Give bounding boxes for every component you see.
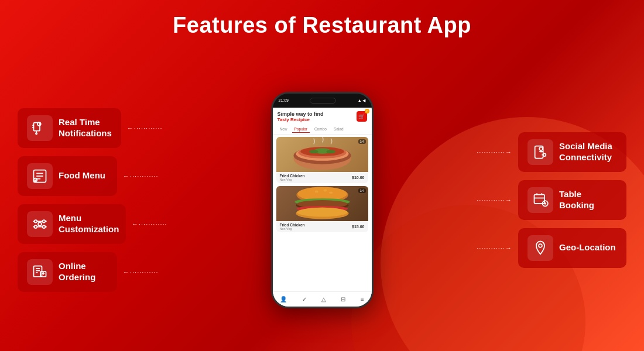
arrow-social: ············→	[477, 149, 512, 156]
feature-label-table-booking: Table Booking	[559, 189, 617, 211]
soup-pagination: 1/4	[358, 139, 366, 144]
feature-item-table-booking: Table Booking ············→	[445, 180, 626, 220]
phone-screen: Simple way to find Tasty Recipice 🛒 2 Ne…	[273, 108, 372, 307]
burger-pagination: 1/4	[358, 188, 366, 193]
svg-point-41	[329, 191, 333, 194]
notification-icon	[32, 120, 48, 136]
arrow-geo-location: ············→	[477, 245, 512, 252]
customization-icon-wrap	[27, 211, 53, 237]
phone-header-text-group: Simple way to find Tasty Recipice	[278, 111, 324, 122]
food-card-burger[interactable]: 1/4 Fried Chicken Non Veg $15.00	[276, 186, 368, 232]
phone-time: 21:09	[279, 98, 289, 102]
feature-box-food-menu: Food Menu	[18, 156, 117, 196]
phone-notch	[310, 98, 336, 104]
burger-tag: Non Veg	[280, 227, 305, 230]
food-image-burger: 1/4	[276, 186, 368, 221]
table-booking-icon-wrap	[527, 187, 553, 213]
nav-more-icon[interactable]: ≡	[361, 296, 364, 302]
food-menu-icon	[32, 168, 48, 184]
ordering-icon	[32, 264, 48, 280]
feature-box-notifications: Real TimeNotifications	[18, 108, 121, 148]
burger-card-info: Fried Chicken Non Veg $15.00	[276, 221, 368, 232]
arrow-customization: ←············	[132, 221, 167, 228]
page-container: Features of Restaurant App	[0, 0, 644, 351]
phone-device: 21:09 ▲ ◀ Simple way to find Tasty Recip…	[271, 92, 374, 308]
tab-new[interactable]: New	[278, 126, 290, 133]
nav-home-icon[interactable]: 👤	[280, 296, 287, 302]
phone-bottom-nav: 👤 ✓ △ ⊟ ≡	[273, 291, 372, 307]
soup-price: $10.00	[352, 176, 364, 180]
arrow-notifications: ←············	[127, 125, 163, 132]
left-features-panel: Real TimeNotifications ←············	[18, 108, 199, 292]
burger-name-group: Fried Chicken Non Veg	[280, 223, 305, 230]
soup-name: Fried Chicken	[280, 174, 305, 178]
soup-illustration	[276, 137, 368, 174]
feature-box-geo-location: Geo-Location	[518, 228, 626, 268]
phone-find-text: Simple way to find	[278, 111, 324, 117]
tab-combo[interactable]: Combo	[312, 126, 329, 133]
svg-point-39	[314, 190, 318, 192]
geo-location-icon	[532, 240, 549, 256]
svg-point-15	[43, 225, 46, 228]
nav-menu-icon[interactable]: ⊟	[341, 296, 345, 302]
phone-mockup-wrap: 21:09 ▲ ◀ Simple way to find Tasty Recip…	[271, 92, 374, 308]
svg-point-13	[43, 220, 46, 223]
table-booking-icon	[532, 192, 549, 208]
arrow-food-menu: ←············	[123, 173, 159, 180]
burger-illustration	[276, 186, 368, 223]
phone-app-header: Simple way to find Tasty Recipice 🛒 2	[273, 108, 372, 125]
arrow-ordering: ←············	[123, 269, 159, 276]
feature-label-social: Social MediaConnectivity	[559, 141, 612, 163]
svg-point-12	[35, 220, 37, 223]
soup-tag: Non Veg	[280, 178, 305, 181]
feature-item-food-menu: Food Menu ←············	[18, 156, 199, 196]
feature-label-geo-location: Geo-Location	[559, 242, 616, 253]
feature-label-notifications: Real TimeNotifications	[59, 117, 112, 139]
phone-tab-bar: New Popular Combo Salad	[273, 125, 372, 135]
feature-box-ordering: OnlineOrdering	[18, 252, 117, 292]
burger-price: $15.00	[352, 225, 364, 229]
tab-popular[interactable]: Popular	[292, 126, 310, 133]
cart-icon[interactable]: 🛒 2	[357, 111, 367, 122]
feature-label-customization: MenuCustomization	[59, 213, 119, 235]
social-icon-wrap	[527, 139, 553, 165]
phone-food-list: 1/4 Fried Chicken Non Veg $10.00	[273, 135, 372, 291]
feature-box-table-booking: Table Booking	[518, 180, 626, 220]
feature-item-ordering: OnlineOrdering ←············	[18, 252, 199, 292]
food-image-soup: 1/4	[276, 137, 368, 172]
svg-point-49	[539, 147, 543, 150]
soup-name-group: Fried Chicken Non Veg	[280, 174, 305, 181]
nav-check-icon[interactable]: ✓	[302, 296, 307, 302]
svg-point-11	[38, 222, 42, 226]
right-features-panel: Social MediaConnectivity ············→	[445, 132, 626, 268]
feature-item-notifications: Real TimeNotifications ←············	[18, 108, 199, 148]
svg-point-35	[309, 150, 318, 153]
feature-item-social: Social MediaConnectivity ············→	[445, 132, 626, 172]
svg-point-1	[37, 122, 41, 126]
phone-signal: ▲ ◀	[358, 98, 366, 103]
phone-status-bar: 21:09 ▲ ◀	[273, 94, 372, 108]
svg-point-3	[36, 133, 37, 134]
svg-point-47	[297, 208, 347, 217]
main-layout: Real TimeNotifications ←············	[0, 49, 644, 351]
feature-box-customization: MenuCustomization	[18, 204, 126, 244]
feature-label-ordering: OnlineOrdering	[59, 261, 95, 283]
page-title: Features of Restaurant App	[173, 13, 471, 38]
tab-salad[interactable]: Salad	[331, 126, 346, 133]
phone-tasty-text: Tasty Recipice	[278, 117, 324, 122]
geo-location-icon-wrap	[527, 235, 553, 261]
svg-point-14	[35, 225, 37, 228]
feature-label-food-menu: Food Menu	[59, 170, 105, 181]
feature-item-geo-location: Geo-Location ············→	[445, 228, 626, 268]
svg-point-36	[326, 150, 335, 153]
svg-point-40	[323, 189, 327, 191]
soup-card-info: Fried Chicken Non Veg $10.00	[276, 172, 368, 183]
social-media-icon	[532, 144, 549, 160]
food-card-soup[interactable]: 1/4 Fried Chicken Non Veg $10.00	[276, 137, 368, 183]
nav-bell-icon[interactable]: △	[321, 296, 326, 302]
phone-header-row: Simple way to find Tasty Recipice 🛒 2	[278, 111, 367, 122]
burger-name: Fried Chicken	[280, 223, 305, 227]
notification-icon-wrap	[27, 115, 53, 141]
ordering-icon-wrap	[27, 259, 53, 285]
svg-point-50	[543, 153, 546, 156]
